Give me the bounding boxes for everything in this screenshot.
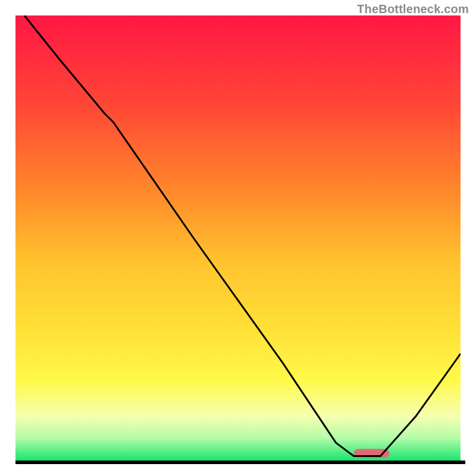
watermark-label: TheBottleneck.com bbox=[357, 2, 469, 16]
chart-svg bbox=[15, 15, 461, 461]
chart-plot-area bbox=[15, 15, 461, 461]
gradient-backplate bbox=[15, 15, 461, 461]
x-axis-line bbox=[15, 461, 465, 464]
